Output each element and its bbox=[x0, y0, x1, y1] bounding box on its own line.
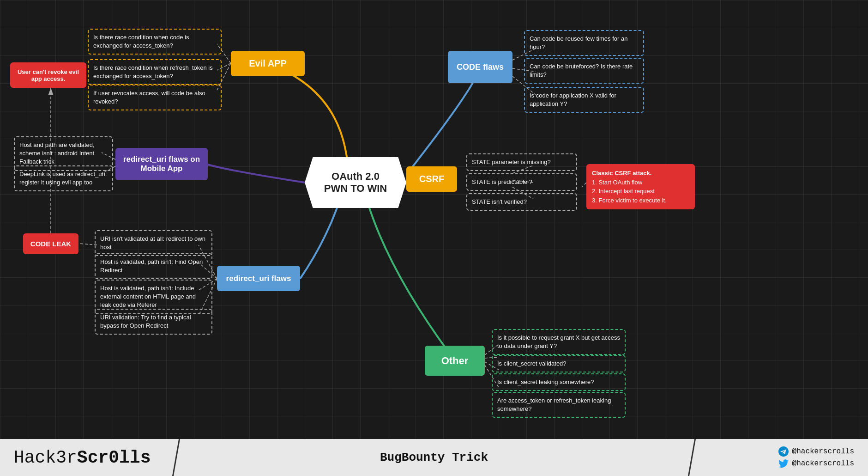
redirect-uri-mobile-node: redirect_uri flaws on Mobile App bbox=[115, 148, 208, 180]
telegram-link: @hackerscrolls bbox=[778, 446, 854, 457]
evil-q2-box: Is there race condition when refresh_tok… bbox=[88, 59, 222, 85]
twitter-link: @hackerscrolls bbox=[778, 458, 854, 469]
classic-csrf-box: Classic CSRF attack. 1. Start OAuth flow… bbox=[586, 164, 695, 209]
other-q4-box: Are access_token or refresh_token leakin… bbox=[492, 392, 626, 418]
code-flaws-node: CODE flaws bbox=[448, 51, 512, 83]
other-node: Other bbox=[425, 346, 485, 376]
csrf-q1-box: STATE parameter is missing? bbox=[466, 153, 577, 171]
evil-q1-box: Is there race condition when code is exc… bbox=[88, 29, 222, 55]
evil-q3-box: If user revocates access, will code be a… bbox=[88, 85, 222, 110]
telegram-icon bbox=[778, 446, 789, 457]
center-line1: OAuth 2.0 bbox=[324, 171, 387, 183]
redirect-q2-box: Host is validated, path isn't: Find Open… bbox=[95, 253, 212, 279]
redirect-uri-node: redirect_uri flaws bbox=[217, 266, 300, 291]
other-q3-box: Is client_secret leaking somewhere? bbox=[492, 373, 626, 391]
footer-social: @hackerscrolls @hackerscrolls bbox=[778, 446, 854, 469]
footer: Hack3rScr0lls BugBounty Trick @hackerscr… bbox=[0, 439, 868, 476]
user-cant-revoke-node: User can't revoke evil app access. bbox=[10, 62, 86, 88]
code-flaws-q3-box: Is code for application X valid for appl… bbox=[524, 87, 644, 113]
code-leak-node: CODE LEAK bbox=[23, 233, 78, 254]
csrf-q3-box: STATE isn't verified? bbox=[466, 193, 577, 211]
evil-app-node: Evil APP bbox=[231, 51, 305, 76]
footer-subtitle: BugBounty Trick bbox=[380, 451, 488, 464]
code-flaws-q2-box: Can code be bruteforced? Is there rate l… bbox=[524, 58, 644, 84]
code-flaws-q1-box: Can code be reused few times for an hour… bbox=[524, 30, 644, 56]
redirect-q1-box: URI isn't validated at all: redirect to … bbox=[95, 230, 212, 256]
mobile-q2-box: DeepLink is used as redirect_uri: regist… bbox=[14, 165, 113, 191]
other-q1-box: Is it possible to request grant X but ge… bbox=[492, 329, 626, 355]
other-q2-box: Is client_secret validated? bbox=[492, 355, 626, 372]
csrf-q2-box: STATE is predictable ? bbox=[466, 173, 577, 191]
svg-line-10 bbox=[582, 183, 586, 187]
center-line2: PWN TO WIN bbox=[324, 183, 387, 195]
footer-brand: Hack3rScr0lls bbox=[14, 448, 151, 468]
twitter-icon bbox=[778, 458, 789, 469]
footer-divider-right bbox=[688, 439, 696, 476]
redirect-q4-box: URI validation: Try to find a typical by… bbox=[95, 309, 212, 335]
csrf-node: CSRF bbox=[406, 166, 457, 192]
center-node: OAuth 2.0 PWN TO WIN bbox=[305, 157, 406, 208]
footer-divider-left bbox=[172, 439, 180, 476]
